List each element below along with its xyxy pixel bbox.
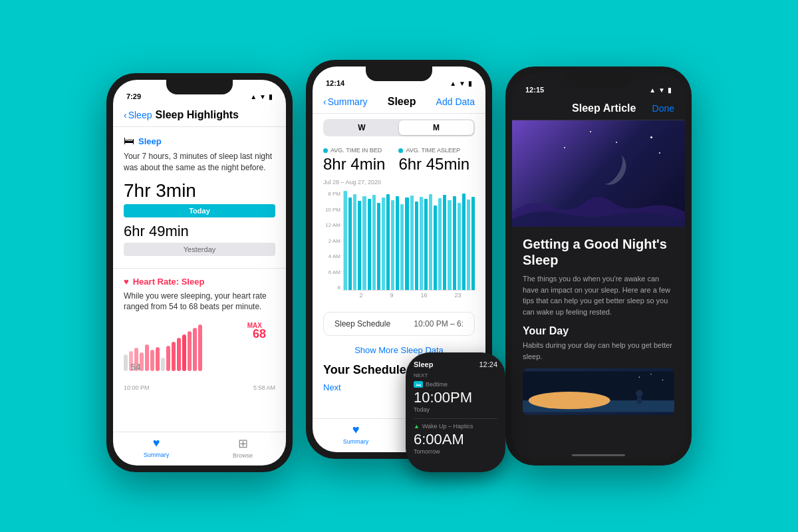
in-bed-label: AVG. TIME IN BED: [323, 147, 385, 154]
mountain-svg: [512, 187, 685, 227]
svg-point-3: [662, 380, 664, 381]
watch-bedtime-label: Bedtime: [426, 381, 448, 388]
notch-1: [166, 80, 233, 94]
chart-bar: [424, 199, 428, 290]
wifi-icon-1: ▼: [259, 93, 266, 100]
wifi-icon-2: ▼: [459, 80, 466, 87]
chart-x-labels: 2 9 16 23: [323, 292, 475, 299]
hr-bar: [124, 354, 128, 371]
sleep-card-title: Sleep: [138, 136, 162, 146]
svg-point-6: [636, 390, 643, 397]
hr-bar: [193, 328, 197, 371]
watch-bed-icon: 🛏: [414, 381, 423, 388]
chart-bar: [467, 200, 470, 290]
browse-tab-icon-1: ⊞: [238, 436, 248, 451]
watch-next-label: NEXT: [414, 372, 497, 378]
chart-bar: [458, 203, 461, 290]
watch-status-bar: Sleep 12:24: [414, 360, 497, 368]
hr-bar: [182, 334, 186, 371]
chart-bar: [344, 191, 347, 290]
page-title-1: Sleep Highlights: [156, 109, 239, 121]
summary-tab-label-2: Summary: [343, 438, 369, 445]
chart-bar: [420, 197, 423, 290]
chart-bar: [410, 196, 414, 290]
hr-max-value: 68: [253, 327, 266, 341]
article-illustration-svg: [523, 368, 674, 415]
sleep-highlights-card: 🛏 Sleep Your 7 hours, 3 minutes of sleep…: [113, 127, 286, 269]
chart-bar: [453, 196, 456, 290]
chart-bar: [462, 194, 466, 290]
watch-divider: [414, 418, 497, 419]
notch-3: [565, 73, 632, 88]
battery-icon-1: ▮: [269, 93, 273, 100]
phone-3: 12:15 ▲ ▼ ▮ Sleep Article Done: [505, 66, 692, 466]
tab-bar-1: ♥ Summary ⊞ Browse: [113, 432, 286, 466]
tab-summary-2[interactable]: ♥ Summary: [313, 423, 399, 446]
star-5: [564, 147, 565, 148]
heart-rate-chart: MAX 68 54: [124, 318, 275, 384]
sleep-schedule-label: Sleep Schedule: [334, 319, 390, 329]
article-section-title: Your Day: [523, 325, 674, 337]
add-data-button[interactable]: Add Data: [436, 96, 475, 107]
in-bed-value: 8hr 4min: [323, 155, 385, 174]
watch-triangle-icon: ▲: [414, 423, 420, 430]
svg-rect-7: [637, 397, 642, 404]
heart-rate-card: ♥ Heart Rate: Sleep While you were sleep…: [113, 269, 286, 400]
svg-point-2: [650, 374, 652, 375]
yesterday-sleep-time: 6hr 49min: [124, 223, 275, 240]
nav-bar-1: ‹ Sleep Sleep Highlights: [113, 106, 286, 127]
watch-wakeup-header: ▲ Wake Up – Haptics: [414, 423, 497, 430]
sleep-chart: 8 PM 10 PM 12 AM 2 AM 4 AM 6 AM 8: [313, 188, 485, 308]
tab-summary-1[interactable]: ♥ Summary: [113, 436, 200, 459]
chart-bar: [396, 196, 399, 290]
phone-2: 12:14 ▲ ▼ ▮ ‹ Summary Sleep Add Data W M…: [306, 60, 492, 459]
today-sleep-time: 7hr 3min: [124, 180, 275, 201]
hr-bar: [172, 342, 176, 371]
watch-bedtime-sub: Today: [414, 406, 497, 413]
wifi-icon-3: ▼: [658, 86, 665, 94]
hr-time-start: 10:00 PM: [124, 384, 150, 391]
watch-wakeup-time: 6:00AM: [414, 431, 497, 448]
hr-time-labels: 10:00 PM 5:58 AM: [124, 384, 275, 391]
tab-browse-1[interactable]: ⊞ Browse: [200, 436, 286, 459]
nav-bar-2: ‹ Summary Sleep Add Data: [313, 93, 485, 114]
chart-bar: [443, 195, 446, 290]
chart-bar: [368, 199, 371, 290]
heart-rate-description: While you were sleeping, your heart rate…: [124, 291, 275, 313]
svg-point-1: [639, 376, 640, 378]
asleep-label: AVG. TIME ASLEEP: [398, 147, 469, 154]
article-illustration: [523, 368, 674, 415]
watch-wakeup-sub: Tomorrow: [414, 448, 497, 455]
today-bar: Today: [124, 204, 275, 217]
status-icons-3: ▲ ▼ ▮: [649, 86, 672, 94]
back-button-2[interactable]: ‹ Summary: [323, 96, 368, 107]
segment-m[interactable]: M: [399, 120, 473, 135]
battery-icon-3: ▮: [668, 86, 672, 94]
in-bed-dot: [323, 148, 328, 153]
asleep-value: 6hr 45min: [398, 155, 469, 174]
svg-point-5: [529, 392, 610, 409]
browse-tab-label-1: Browse: [233, 452, 253, 459]
sleep-card-description: Your 7 hours, 3 minutes of sleep last ni…: [124, 151, 275, 174]
done-button[interactable]: Done: [652, 103, 674, 114]
article-header-image: [512, 120, 685, 227]
watch-app-title: Sleep: [414, 360, 433, 368]
star-3: [590, 131, 591, 132]
status-icons-1: ▲ ▼ ▮: [250, 93, 273, 100]
hr-bar: [188, 331, 192, 371]
notch-2: [366, 66, 432, 81]
chart-bar: [386, 194, 390, 290]
chart-bars-container: [343, 191, 475, 291]
chart-bar: [372, 195, 376, 290]
article-header-bg: [512, 120, 685, 227]
sleep-stats: AVG. TIME IN BED 8hr 4min AVG. TIME ASLE…: [313, 142, 485, 179]
page-title-3: Sleep Article: [572, 102, 636, 114]
stat-asleep: AVG. TIME ASLEEP 6hr 45min: [398, 147, 469, 174]
back-button-1[interactable]: ‹ Sleep: [124, 110, 152, 120]
hr-bar: [145, 344, 149, 371]
summary-tab-label-1: Summary: [144, 452, 170, 458]
segment-w[interactable]: W: [325, 120, 399, 135]
signal-icon-2: ▲: [450, 80, 456, 87]
chart-bar: [429, 194, 432, 290]
stat-in-bed: AVG. TIME IN BED 8hr 4min: [323, 147, 385, 174]
